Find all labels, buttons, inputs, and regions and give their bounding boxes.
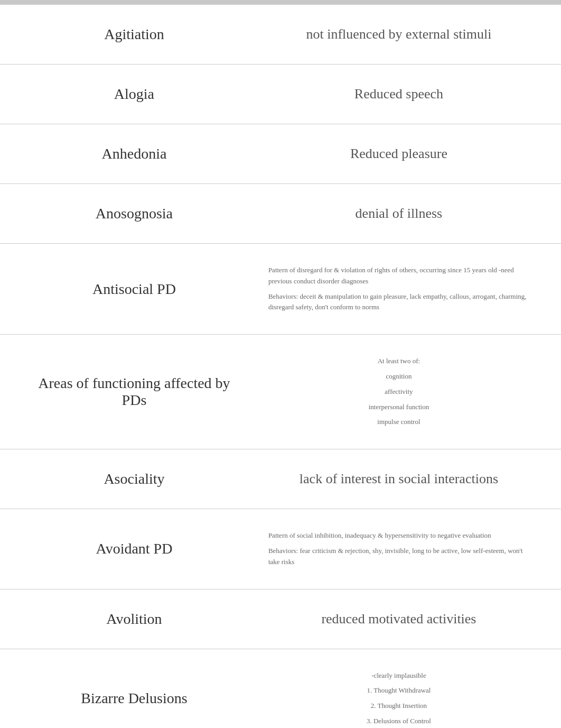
table-row: Bizarre Delusions-clearly implausible1. … [0,649,561,728]
term-cell: Avolition [0,589,253,649]
definition-cell: Reduced pleasure [253,124,561,183]
definition-label: -clearly implausible1. Thought Withdrawa… [367,670,431,727]
definition-cell: Reduced speech [253,64,561,124]
top-divider [0,0,561,4]
definition-cell: reduced motivated activities [253,589,561,649]
definition-cell: -clearly implausible1. Thought Withdrawa… [253,649,561,728]
definition-label: lack of interest in social interactions [300,471,498,487]
term-cell: Alogia [0,64,253,124]
table-row: Areas of functioning affected by PDsAt l… [0,335,561,449]
definition-label: Pattern of disregard for & violation of … [268,265,529,313]
term-label: Alogia [114,86,154,103]
definition-label: At least two of:cognitionaffectivityinte… [369,356,429,428]
definition-cell: Pattern of social inhibition, inadequacy… [253,509,561,588]
table-row: Anosognosiadenial of illness [0,184,561,244]
term-cell: Asociality [0,449,253,509]
term-cell: Anhedonia [0,124,253,183]
definition-label: Reduced speech [354,86,443,102]
definition-cell: At least two of:cognitionaffectivityinte… [253,335,561,449]
definition-label: denial of illness [356,206,443,222]
term-label: Avolition [106,611,162,628]
term-cell: Areas of functioning affected by PDs [0,335,253,449]
term-label: Agitiation [104,26,164,43]
definition-cell: lack of interest in social interactions [253,449,561,509]
table-row: Agitiationnot influenced by external sti… [0,4,561,64]
table-row: Antisocial PDPattern of disregard for & … [0,244,561,335]
flashcard-table: Agitiationnot influenced by external sti… [0,4,561,728]
table-row: Avoidant PDPattern of social inhibition,… [0,509,561,589]
term-cell: Agitiation [0,5,253,64]
term-cell: Antisocial PD [0,244,253,334]
definition-label: Reduced pleasure [350,146,447,162]
term-label: Antisocial PD [92,281,176,298]
term-label: Anhedonia [102,145,167,162]
definition-label: not influenced by external stimuli [306,26,491,42]
definition-label: Pattern of social inhibition, inadequacy… [268,530,529,567]
page-container: Agitiationnot influenced by external sti… [0,0,561,728]
definition-cell: not influenced by external stimuli [253,5,561,64]
definition-label: reduced motivated activities [321,611,476,627]
definition-cell: Pattern of disregard for & violation of … [253,244,561,334]
term-label: Asociality [104,471,164,487]
table-row: Asocialitylack of interest in social int… [0,449,561,509]
term-label: Anosognosia [96,205,173,222]
term-cell: Bizarre Delusions [0,649,253,728]
term-cell: Anosognosia [0,184,253,243]
table-row: AnhedoniaReduced pleasure [0,124,561,184]
definition-cell: denial of illness [253,184,561,243]
term-cell: Avoidant PD [0,509,253,588]
table-row: AlogiaReduced speech [0,64,561,124]
term-label: Areas of functioning affected by PDs [32,375,237,409]
table-row: Avolitionreduced motivated activities [0,589,561,649]
term-label: Avoidant PD [96,540,172,557]
term-label: Bizarre Delusions [81,690,187,707]
